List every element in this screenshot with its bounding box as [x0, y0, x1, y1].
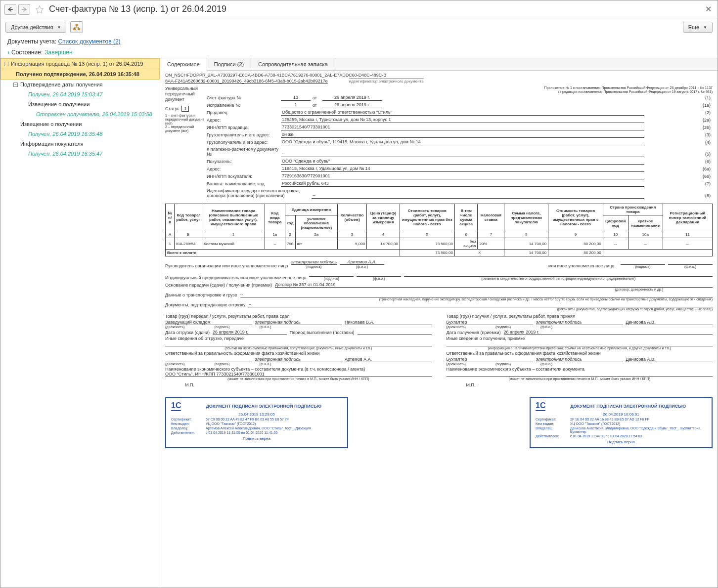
more-button[interactable]: Еще▼ — [683, 22, 713, 33]
hierarchy-button[interactable] — [70, 21, 83, 33]
sidebar-item-seller-info[interactable]: −Информация продавца № 13 (испр. 1) от 2… — [0, 58, 160, 69]
sidebar-item-buyer-info[interactable]: Информация покупателя — [0, 139, 160, 149]
tab-cover-note[interactable]: Сопроводительная записка — [251, 58, 335, 70]
favorite-icon[interactable] — [35, 5, 44, 14]
arrow-right-icon — [21, 7, 27, 12]
sidebar-item-notice-2[interactable]: Извещение о получении — [0, 119, 160, 129]
sidebar-item-sent: Отправлен получателю, 26.04.2019 15:03:5… — [0, 109, 160, 119]
arrow-left-icon — [7, 7, 13, 12]
sidebar-item-confirm-date[interactable]: −Подтверждение даты получения — [0, 80, 160, 89]
upd-status: Статус: 1 — [165, 106, 205, 112]
items-table: № п/пКод товара/ работ, услуг Наименован… — [165, 204, 713, 256]
svg-rect-2 — [76, 24, 78, 26]
svg-rect-3 — [74, 29, 76, 30]
document-area: ON_NSCHFDOPPR_2AL-A7303297-E6CA-4BD6-A73… — [160, 71, 718, 588]
invoice-header: Счет-фактура №13от26 апреля 2019 г.(1) И… — [205, 93, 713, 200]
close-button[interactable]: ✕ — [703, 4, 714, 14]
upd-title: Универсальныйпередаточныйдокумент — [165, 86, 205, 102]
upd-legend: Приложение № 1 к постановлению Правитель… — [205, 86, 713, 93]
tab-content[interactable]: Содержимое — [160, 58, 207, 71]
chevron-down-icon: ▼ — [57, 25, 61, 30]
sidebar-item-received-3: Получен, 26.04.2019 16:35:47 — [0, 149, 160, 159]
table-row: 1КШ-289/54Костюм мужской-- 796шт5,00014 … — [166, 238, 713, 250]
table-total-row: Всего к оплате73 500,00 Х14 700,0088 200… — [166, 250, 713, 256]
sidebar-item-notice-1[interactable]: Извещение о получении — [0, 99, 160, 109]
signature-ip: Индивидуальный предприниматель или иное … — [165, 271, 713, 280]
signature-box-seller: 1СДОКУМЕНТ ПОДПИСАН ЭЛЕКТРОННОЙ ПОДПИСЬЮ… — [165, 397, 348, 448]
collapse-icon[interactable]: − — [4, 62, 8, 66]
docs-line: Документы учета: Список документов (2) — [0, 36, 718, 47]
docs-list-link[interactable]: Список документов (2) — [58, 38, 120, 45]
sidebar: −Информация продавца № 13 (испр. 1) от 2… — [0, 58, 160, 588]
transfer-basis: Основание передачи (сдачи) / получения (… — [165, 282, 713, 311]
doc-id-2: 8AA-F241A5260682-00001_20190426_49cb3186… — [165, 79, 328, 84]
hierarchy-icon — [73, 24, 80, 31]
collapse-icon[interactable]: − — [13, 83, 18, 87]
back-button[interactable] — [4, 4, 16, 15]
chevron-right-icon: › — [7, 49, 9, 56]
doc-id-1: ON_NSCHFDOPPR_2AL-A7303297-E6CA-4BD6-A73… — [165, 73, 713, 78]
other-actions-button[interactable]: Другие действия▼ — [5, 22, 66, 33]
chevron-down-icon: ▼ — [703, 25, 707, 30]
state-line[interactable]: › Состояние: Завершен — [0, 47, 718, 58]
svg-rect-4 — [78, 29, 80, 30]
tab-signatures[interactable]: Подписи (2) — [207, 58, 251, 70]
sidebar-item-confirmed: Получено подтверждение, 26.04.2019 16:35… — [0, 69, 160, 80]
logo-1c-icon: 1С — [171, 401, 181, 411]
right-transfer-column: Товар (груз) получил / услуги, результат… — [447, 314, 713, 387]
doc-id-hint: идентификатор электронного документа — [349, 78, 424, 84]
signature-box-buyer: 1СДОКУМЕНТ ПОДПИСАН ЭЛЕКТРОННОЙ ПОДПИСЬЮ… — [530, 397, 713, 448]
sidebar-item-received-1: Получен, 26.04.2019 15:03:47 — [0, 89, 160, 99]
logo-1c-icon: 1С — [536, 401, 545, 411]
forward-button[interactable] — [18, 4, 30, 15]
sidebar-item-received-2: Получен, 26.04.2019 16:35:48 — [0, 129, 160, 139]
upd-notes: 1 – счет-фактура и передаточный документ… — [165, 114, 205, 132]
signature-head: Руководитель организации или иное уполно… — [165, 259, 713, 268]
left-transfer-column: Товар (груз) передал / услуги, результат… — [165, 314, 432, 387]
window-title: Счет-фактура № 13 (испр. 1) от 26.04.201… — [49, 4, 226, 14]
